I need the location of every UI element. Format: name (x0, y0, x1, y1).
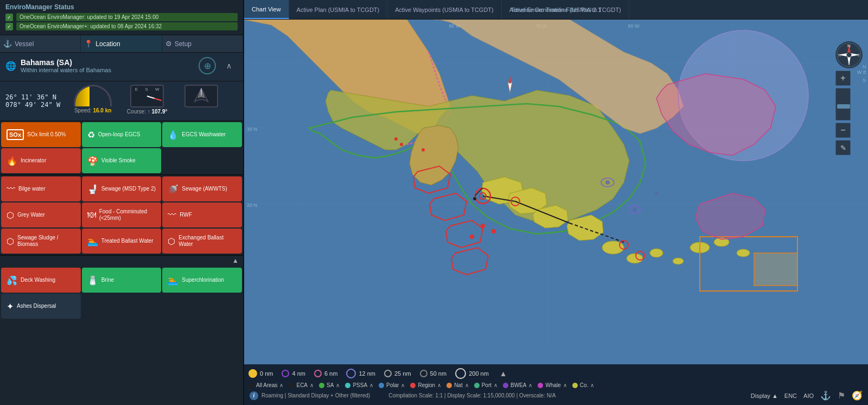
legend-dot-200nm (455, 368, 466, 379)
tab-location-label: Location (95, 40, 120, 48)
egcs-washwater-icon: 💧 (168, 130, 178, 140)
sox-label: SOx limit 0.50% (27, 131, 66, 138)
zoom-out-button[interactable]: − (835, 123, 851, 138)
legend-port: Port ∧ (474, 382, 497, 388)
superchlorination-label: Superchlorination (182, 277, 224, 283)
map-tab-active-plan[interactable]: Active Plan (USMIA to TCGDT) (289, 0, 388, 19)
sa-toggle[interactable]: ∧ (336, 382, 340, 388)
edit-button[interactable]: ✎ (835, 140, 851, 155)
rest-sewage-sludge[interactable]: ⬡ Sewage Sludge / Biomass (1, 229, 81, 254)
legend-nat-dot (446, 383, 452, 388)
svg-point-62 (481, 224, 485, 228)
rest-sox[interactable]: SOx SOx limit 0.50% (1, 122, 81, 147)
svg-point-61 (492, 229, 496, 233)
svg-text:20 N: 20 N (247, 202, 257, 208)
svg-point-44 (737, 249, 750, 257)
rest-brine[interactable]: 🧂 Brine (82, 268, 162, 293)
rest-sewage-awwts[interactable]: 🚿 Sewage (AWWTS) (162, 176, 242, 201)
display-button[interactable]: Display ▲ (751, 393, 778, 399)
svg-point-58 (400, 143, 403, 146)
svg-point-40 (650, 249, 663, 257)
map-controls-right: N S W E + − ✎ (835, 41, 863, 155)
pssa-toggle[interactable]: ∧ (369, 382, 373, 388)
all-areas-toggle[interactable]: ∧ (279, 382, 283, 388)
ashes-icon: ✦ (7, 301, 14, 312)
locate-button[interactable]: ⊕ (199, 57, 216, 74)
legend-label-12nm: 12 nm (359, 370, 375, 377)
svg-text:S: S (848, 61, 851, 65)
legend-eca-label: ECA (296, 382, 308, 388)
compass-needle (147, 96, 162, 101)
legend-dot-25nm (384, 370, 392, 377)
svg-point-41 (673, 258, 684, 264)
coords: 26° 11' 36" N 078° 49' 24" W (5, 93, 60, 109)
rest-incinerator[interactable]: 🔥 Incinerator (1, 148, 81, 173)
map-tab-chart-view[interactable]: Chart View (244, 0, 289, 19)
eca-toggle[interactable]: ∧ (310, 382, 314, 388)
rest-egcs-washwater[interactable]: 💧 EGCS Washwater (162, 122, 242, 147)
food-label: Food - Comminuted (<25mm) (99, 208, 156, 222)
legend-whale: Whale ∧ (538, 382, 566, 388)
tab-vessel[interactable]: ⚓ Vessel (0, 35, 81, 52)
em-status-row-1: ✓ OneOcean EnviroManager: updated to 19 … (5, 13, 238, 21)
legend-label-0nm: 0 nm (260, 370, 273, 377)
rest-treated-ballast[interactable]: 🏊 Treated Ballast Water (82, 229, 162, 254)
collapse-button[interactable]: ∧ (220, 57, 238, 74)
svg-text:S: S (863, 78, 866, 83)
legend-pssa-label: PSSA (353, 382, 367, 388)
left-panel: EnviroManager Status ✓ OneOcean EnviroMa… (0, 0, 244, 405)
rest-sewage-msd[interactable]: 🚽 Sewage (MSD Type 2) (82, 176, 162, 201)
compass-labels: ESW (131, 87, 163, 92)
legend-25nm: 25 nm (384, 370, 411, 377)
sox-icon: SOx (7, 129, 24, 140)
bilge-label: Bilge water (18, 186, 45, 192)
svg-point-66 (655, 192, 658, 195)
rest-deck-washing[interactable]: 💦 Deck Washing (1, 268, 81, 293)
legend-whale-label: Whale (545, 382, 560, 388)
map-title: Timeline Generation Filler Tool 2.1 (511, 7, 602, 13)
rest-exchanged-ballast[interactable]: ⬡ Exchanged Ballast Water (162, 229, 242, 254)
location-icon: 📍 (84, 40, 93, 48)
legend-dot-12nm (346, 369, 356, 378)
rest-grey-water[interactable]: ⬡ Grey Water (1, 202, 81, 227)
map-tab-active-waypoints[interactable]: Active Waypoints (USMIA to TCGDT) (387, 0, 502, 19)
scroll-up-arrow[interactable]: ▲ (232, 257, 239, 264)
zoom-in-button[interactable]: + (835, 71, 851, 86)
map-toolbar: Chart View Active Plan (USMIA to TCGDT) … (244, 0, 868, 20)
zoom-slider[interactable] (835, 88, 851, 121)
legend-circles-expand[interactable]: ▲ (500, 369, 507, 378)
rest-food-comminuted[interactable]: 🍽 Food - Comminuted (<25mm) (82, 202, 162, 227)
restriction-section-2: 〰 Bilge water 🚽 Sewage (MSD Type 2) 🚿 Se… (0, 175, 243, 255)
nat-toggle[interactable]: ∧ (465, 382, 469, 388)
rest-rwf[interactable]: 〰 RWF (162, 202, 242, 227)
legend-0nm: 0 nm (248, 369, 273, 378)
speed-label: Speed: 16.0 kn (74, 107, 111, 113)
map-canvas[interactable]: 100 W 90 W 80 W 70 W 60 W N W E S 30 N 2… (244, 20, 868, 364)
bwea-toggle[interactable]: ∧ (528, 382, 532, 388)
setup-icon: ⚙ (165, 40, 172, 48)
map-mode: Roaming | Standard Display + Other (filt… (261, 393, 370, 398)
rest-visible-smoke[interactable]: 🍄 Visible Smoke (82, 148, 162, 173)
port-toggle[interactable]: ∧ (494, 382, 497, 388)
location-header: 🌐 Bahamas (SA) Within internal waters of… (5, 57, 238, 74)
rest-superchlorination[interactable]: 🏊 Superchlorination (162, 268, 242, 293)
compass-rose: N S W E (835, 41, 863, 68)
polar-toggle[interactable]: ∧ (401, 382, 405, 388)
rest-ashes-dispersal[interactable]: ✦ Ashes Dispersal (1, 294, 81, 319)
rest-open-loop[interactable]: ♻ Open-loop EGCS (82, 122, 162, 147)
legend-polar-dot (379, 383, 384, 388)
flag-icon: ⚑ (838, 390, 845, 401)
rwf-icon: 〰 (168, 210, 176, 220)
enc-button[interactable]: ENC (784, 393, 797, 399)
co-toggle[interactable]: ∧ (590, 382, 594, 388)
aio-button[interactable]: AIO (803, 393, 814, 399)
tab-location[interactable]: 📍 Location (81, 35, 162, 52)
region-toggle[interactable]: ∧ (437, 382, 441, 388)
whale-toggle[interactable]: ∧ (563, 382, 567, 388)
svg-point-39 (627, 254, 643, 263)
ashes-label: Ashes Dispersal (17, 303, 56, 309)
tab-setup[interactable]: ⚙ Setup (162, 35, 243, 52)
exchanged-ballast-icon: ⬡ (168, 236, 175, 246)
em-status-icon-1: ✓ (5, 14, 13, 21)
rest-bilge-water[interactable]: 〰 Bilge water (1, 176, 81, 201)
